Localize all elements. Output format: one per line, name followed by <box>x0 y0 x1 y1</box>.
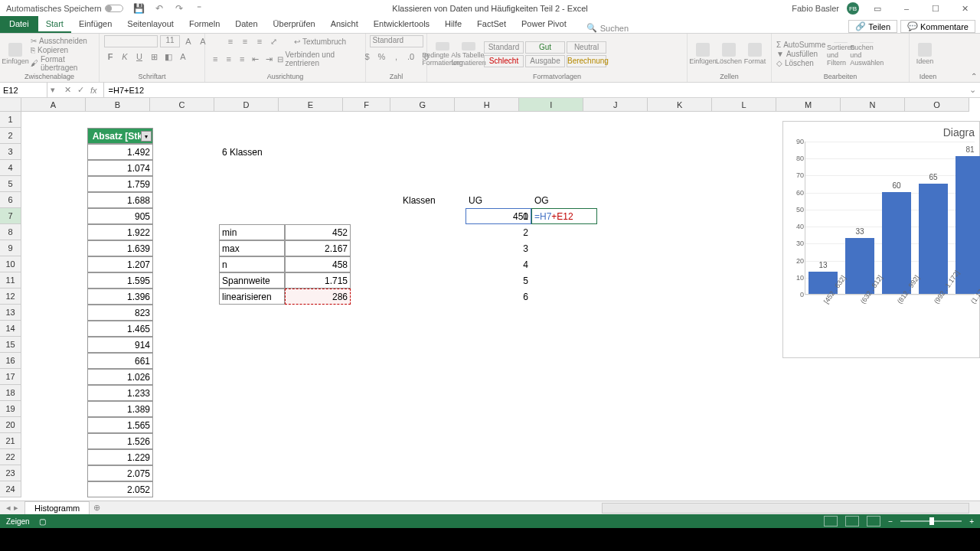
row-header-1[interactable]: 1 <box>0 112 21 128</box>
tab-einfügen[interactable]: Einfügen <box>71 16 119 33</box>
sort-filter-button[interactable]: Sortieren und Filtern <box>830 42 851 67</box>
row-header-15[interactable]: 15 <box>0 337 21 353</box>
cell-B15[interactable]: 914 <box>87 337 153 353</box>
col-header-A[interactable]: A <box>21 98 86 111</box>
indent-inc-icon[interactable]: ⇥ <box>263 53 275 65</box>
fx-icon[interactable]: fx <box>90 86 97 95</box>
row-header-11[interactable]: 11 <box>0 272 21 289</box>
zoom-slider[interactable] <box>900 520 962 522</box>
font-size-select[interactable]: 11 <box>160 35 180 47</box>
align-center-icon[interactable]: ≡ <box>224 53 235 65</box>
cell-D3[interactable]: 6 Klassen <box>219 144 351 160</box>
sheet-prev-icon[interactable]: ◂ <box>6 503 11 513</box>
italic-button[interactable]: K <box>119 51 131 63</box>
tab-file[interactable]: Datei <box>0 16 38 33</box>
font-name-select[interactable] <box>104 35 158 47</box>
view-layout-icon[interactable] <box>845 516 859 527</box>
tab-formeln[interactable]: Formeln <box>181 16 227 33</box>
select-all-corner[interactable] <box>0 98 21 112</box>
cell-B13[interactable]: 823 <box>87 305 153 321</box>
col-header-C[interactable]: C <box>150 98 214 111</box>
cell-B19[interactable]: 1.389 <box>87 401 153 417</box>
cell-B16[interactable]: 661 <box>87 353 153 369</box>
toggle-off-icon[interactable] <box>105 5 123 12</box>
col-header-D[interactable]: D <box>214 98 279 111</box>
paste-button[interactable]: Einfügen <box>5 42 26 67</box>
qat-more-icon[interactable]: ⁼ <box>194 3 204 14</box>
format-table-button[interactable]: Als Tabelle formatieren <box>458 42 479 67</box>
cell-E10[interactable]: 458 <box>285 256 351 272</box>
row-header-3[interactable]: 3 <box>0 144 21 160</box>
redo-icon[interactable]: ↷ <box>174 3 185 14</box>
cell-B14[interactable]: 1.465 <box>87 321 153 337</box>
col-header-E[interactable]: E <box>279 98 343 111</box>
cell-B24[interactable]: 2.052 <box>87 481 153 497</box>
format-cells-button[interactable]: Format <box>744 42 766 67</box>
cell-B21[interactable]: 1.526 <box>87 433 153 449</box>
fill-color-icon[interactable]: ◧ <box>162 51 175 63</box>
autosum-button[interactable]: Σ AutoSumme <box>776 41 825 49</box>
comma-icon[interactable]: , <box>390 51 403 63</box>
tab-hilfe[interactable]: Hilfe <box>437 16 469 33</box>
orientation-icon[interactable]: ⤢ <box>268 35 280 47</box>
cell-B12[interactable]: 1.396 <box>87 289 153 305</box>
ribbon-display-icon[interactable]: ▭ <box>867 0 888 17</box>
tab-überprüfen[interactable]: Überprüfen <box>266 16 323 33</box>
tab-entwicklertools[interactable]: Entwicklertools <box>366 16 437 33</box>
maximize-icon[interactable]: ☐ <box>925 0 946 17</box>
row-header-8[interactable]: 8 <box>0 224 21 240</box>
cell-D11[interactable]: Spannweite <box>219 272 285 289</box>
cell-B6[interactable]: 1.688 <box>87 192 153 208</box>
currency-icon[interactable]: $ <box>361 51 374 63</box>
row-header-2[interactable]: 2 <box>0 128 21 144</box>
grow-font-icon[interactable]: A <box>182 35 194 47</box>
cell-D10[interactable]: n <box>219 256 285 272</box>
bold-button[interactable]: F <box>104 51 116 63</box>
percent-icon[interactable]: % <box>376 51 388 63</box>
border-icon[interactable]: ⊞ <box>148 51 160 63</box>
style-standard[interactable]: Standard <box>484 41 524 54</box>
row-header-23[interactable]: 23 <box>0 465 21 481</box>
row-header-7[interactable]: 7 <box>0 208 21 224</box>
share-button[interactable]: 🔗Teilen <box>848 20 897 33</box>
conditional-format-button[interactable]: Bedingte Formatierung <box>432 42 453 67</box>
close-icon[interactable]: ✕ <box>954 0 975 17</box>
col-header-G[interactable]: G <box>390 98 455 111</box>
row-header-16[interactable]: 16 <box>0 353 21 369</box>
ideas-button[interactable]: Ideen <box>914 42 936 67</box>
style-neutral[interactable]: Neutral <box>567 41 606 54</box>
cell-H8[interactable]: 2 <box>466 224 531 240</box>
align-mid-icon[interactable]: ≡ <box>239 35 251 47</box>
view-normal-icon[interactable] <box>824 516 838 527</box>
sheet-next-icon[interactable]: ▸ <box>14 503 18 513</box>
cell-H7-ref[interactable]: 450 <box>466 208 531 224</box>
tab-daten[interactable]: Daten <box>227 16 265 33</box>
row-header-9[interactable]: 9 <box>0 240 21 256</box>
insert-cells-button[interactable]: Einfügen <box>692 42 714 67</box>
filter-dropdown-icon[interactable]: ▾ <box>141 131 152 142</box>
formula-input[interactable] <box>104 83 969 97</box>
zoom-out-icon[interactable]: − <box>888 517 893 526</box>
clear-button[interactable]: ◇ Löschen <box>776 59 825 67</box>
style-bad[interactable]: Schlecht <box>484 55 524 67</box>
minimize-icon[interactable]: – <box>896 0 917 17</box>
name-box-dropdown-icon[interactable]: ▾ <box>47 85 58 95</box>
cell-B10[interactable]: 1.207 <box>87 256 153 272</box>
macro-record-icon[interactable]: ▢ <box>39 517 46 526</box>
undo-icon[interactable]: ↶ <box>154 3 165 14</box>
comments-button[interactable]: 💬Kommentare <box>900 20 975 33</box>
cell-H6[interactable]: UG <box>466 192 531 208</box>
sheet-tab-histogramm[interactable]: Histogramm <box>24 501 90 514</box>
style-good[interactable]: Gut <box>525 41 565 54</box>
col-header-B[interactable]: B <box>86 98 150 111</box>
view-break-icon[interactable] <box>867 516 880 527</box>
spreadsheet-grid[interactable]: ABCDEFGHIJKLMNO 123456789101112131415161… <box>0 98 980 500</box>
underline-button[interactable]: U <box>133 51 145 63</box>
row-header-6[interactable]: 6 <box>0 192 21 208</box>
name-box[interactable] <box>0 83 47 97</box>
col-header-I[interactable]: I <box>519 98 583 111</box>
cell-B22[interactable]: 1.229 <box>87 449 153 465</box>
style-ausgabe[interactable]: Ausgabe <box>525 55 565 67</box>
cell-I7-editing[interactable]: =H7+E12 <box>531 208 597 224</box>
row-header-21[interactable]: 21 <box>0 433 21 449</box>
